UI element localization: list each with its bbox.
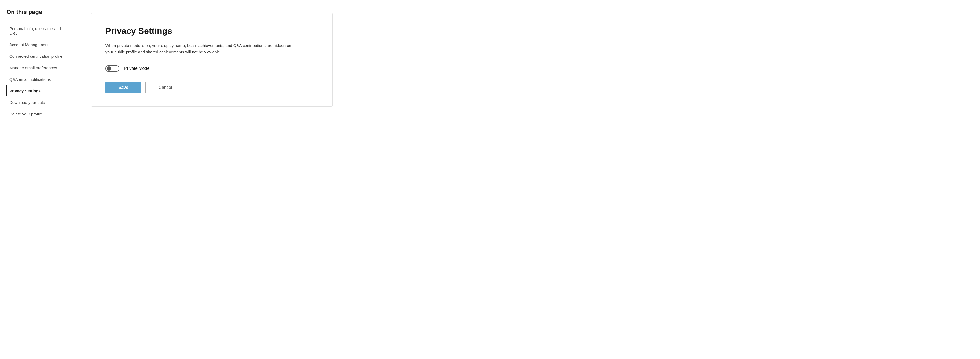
private-mode-toggle[interactable] (105, 65, 119, 72)
sidebar-item-personal-info[interactable]: Personal info, username and URL (6, 23, 68, 39)
button-row: Save Cancel (105, 81, 318, 93)
toggle-row: Private Mode (105, 65, 318, 72)
sidebar-item-delete-profile[interactable]: Delete your profile (6, 108, 68, 120)
toggle-track (105, 65, 119, 72)
toggle-label: Private Mode (124, 66, 150, 71)
sidebar-item-connected-cert[interactable]: Connected certification profile (6, 51, 68, 62)
nav-list: Personal info, username and URLAccount M… (6, 23, 68, 120)
sidebar-item-manage-email[interactable]: Manage email preferences (6, 62, 68, 73)
sidebar-item-account-management[interactable]: Account Management (6, 39, 68, 50)
sidebar-item-privacy-settings[interactable]: Privacy Settings (6, 85, 68, 96)
section-description: When private mode is on, your display na… (105, 42, 293, 55)
sidebar-item-qa-notifications[interactable]: Q&A email notifications (6, 74, 68, 85)
toggle-thumb (107, 66, 111, 70)
sidebar-item-download-data[interactable]: Download your data (6, 97, 68, 108)
privacy-settings-card: Privacy Settings When private mode is on… (91, 13, 332, 107)
sidebar-title: On this page (6, 9, 68, 16)
sidebar: On this page Personal info, username and… (0, 0, 75, 359)
main-content: Privacy Settings When private mode is on… (75, 0, 980, 359)
cancel-button[interactable]: Cancel (145, 81, 185, 93)
save-button[interactable]: Save (105, 82, 141, 93)
section-title: Privacy Settings (105, 26, 318, 36)
